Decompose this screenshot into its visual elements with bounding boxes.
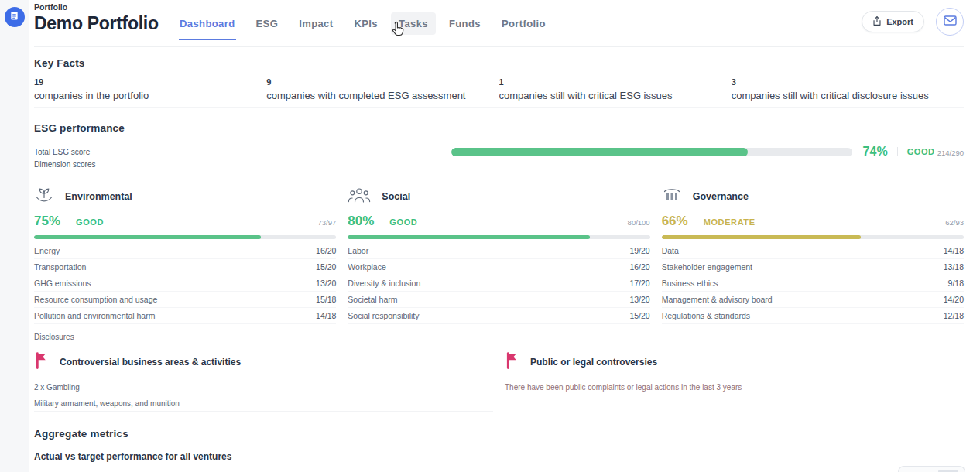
key-facts-heading: Key Facts [34,57,964,69]
metric-label: Stakeholder engagement [662,263,752,271]
total-esg-score-row: Total ESG score Dimension scores 74% GOO… [34,146,964,171]
app-badge[interactable] [5,7,25,27]
dimension-rating: MODERATE [704,217,756,227]
dimension-fraction: 62/93 [945,218,964,227]
flag-header: Public or legal controversies [505,351,964,373]
metric-row: Business ethics9/18 [662,275,964,292]
bank-icon [662,186,682,207]
fact-value: 1 [499,77,713,87]
esg-performance-section: ESG performance Total ESG score Dimensio… [34,122,964,412]
metric-label: Labor [348,247,368,255]
fact-critical-disclosure: 3 companies still with critical disclosu… [732,77,964,108]
metric-value: 13/18 [944,263,964,271]
dimension-scores-label: Dimension scores [34,159,451,171]
aggregate-metrics-section: Aggregate metrics Actual vs target perfo… [34,428,964,472]
flag-controversial-business: Controversial business areas & activitie… [34,351,493,412]
metric-row: Pollution and environmental harm14/18 [34,308,336,324]
metric-value: 17/20 [629,279,649,287]
fact-label: companies in the portfolio [34,90,248,101]
metric-label: Regulations & standards [662,312,750,320]
metric-label: Energy [34,247,60,255]
header: Portfolio Demo Portfolio Dashboard ESG I… [34,0,964,47]
metric-label: Transportation [34,263,86,271]
metric-label: Business ethics [662,279,718,287]
flag-public-legal: Public or legal controversies There have… [505,351,964,412]
dimension-name: Environmental [65,191,132,202]
metric-row: Transportation15/20 [34,259,336,275]
portfolio-eyebrow: Portfolio [34,2,172,12]
tab-portfolio[interactable]: Portfolio [494,12,553,35]
metric-value: 16/20 [629,263,649,271]
dimension-percent: 80% [348,214,374,229]
metric-value: 19/20 [629,247,649,255]
metric-value: 15/18 [316,296,336,303]
fact-label: companies still with critical disclosure… [732,90,945,101]
dimension-percent: 66% [662,214,688,229]
tab-dashboard[interactable]: Dashboard [172,12,243,35]
metric-value: 16/20 [316,247,336,255]
metric-row: Stakeholder engagement13/18 [662,259,964,275]
scrollbar-track[interactable] [968,0,968,472]
dimension-fraction: 73/97 [318,218,337,227]
plant-icon [34,186,54,207]
flag-title: Controversial business areas & activitie… [60,357,241,368]
dimension-rating: GOOD [389,217,417,227]
divider [897,147,898,156]
metric-row: Societal harm13/20 [348,292,649,308]
metric-row: Diversity & inclusion17/20 [348,275,649,292]
share-icon [872,15,882,28]
fact-value: 9 [266,77,480,87]
metric-row: GHG emissions13/20 [34,275,336,292]
metric-value: 14/18 [316,312,336,320]
tab-impact[interactable]: Impact [291,12,341,35]
metric-label: GHG emissions [34,279,91,287]
mail-button[interactable] [936,8,964,36]
total-esg-percent: 74% [863,145,888,159]
metric-value: 13/20 [316,279,336,287]
total-esg-score-label: Total ESG score [34,146,451,159]
dimension-percent: 75% [34,214,60,229]
dimension-score-row: 80% GOOD 80/100 [348,214,649,229]
dimension-score-row: 66% MODERATE 62/93 [662,214,964,229]
metric-label: Resource consumption and usage [34,296,157,303]
dimension-header: Social [348,185,649,208]
flag-icon [34,352,50,372]
fact-portfolio-count: 19 companies in the portfolio [34,77,266,108]
disclosure-flags: Controversial business areas & activitie… [34,351,964,412]
metric-value: 15/20 [629,312,649,320]
key-facts-section: Key Facts 19 companies in the portfolio … [34,57,964,108]
metric-value: 9/18 [948,279,964,287]
tab-esg[interactable]: ESG [248,12,286,35]
metric-value: 14/18 [944,247,964,255]
score-labels: Total ESG score Dimension scores [34,146,451,171]
tab-tasks[interactable]: Tasks [391,12,436,35]
total-esg-rating: GOOD [907,147,935,156]
metric-value: 14/20 [944,296,964,303]
cutoff-control[interactable] [898,466,965,472]
export-button[interactable]: Export [862,11,924,32]
dimension-fraction: 80/100 [628,218,650,227]
tab-funds[interactable]: Funds [441,12,488,35]
disclosures-label: Disclosures [34,333,964,341]
metric-label: Pollution and environmental harm [34,312,155,320]
flag-items: There have been public complaints or leg… [505,379,964,395]
dimension-rows: Energy16/20 Transportation15/20 GHG emis… [34,243,336,324]
flag-item: Military armament, weapons, and munition [34,395,493,412]
dimension-progress-bar [348,235,649,239]
metric-row: Resource consumption and usage15/18 [34,292,336,308]
flag-title: Public or legal controversies [530,357,657,368]
people-icon [348,186,371,207]
metric-label: Social responsibility [348,312,419,320]
metric-label: Management & advisory board [662,296,773,303]
report-icon [9,10,19,24]
metric-row: Energy16/20 [34,243,336,259]
tab-bar: Dashboard ESG Impact KPIs Tasks Funds Po… [172,12,553,35]
metric-row: Data14/18 [662,243,964,259]
metric-label: Data [662,247,679,255]
tab-kpis[interactable]: KPIs [346,12,385,35]
dimension-rows: Labor19/20 Workplace16/20 Diversity & in… [348,243,649,324]
fact-label: companies with completed ESG assessment [266,90,480,101]
flag-item: There have been public complaints or leg… [505,379,964,395]
aggregate-metrics-heading: Aggregate metrics [34,428,964,440]
total-esg-fraction: 214/290 [937,149,964,157]
